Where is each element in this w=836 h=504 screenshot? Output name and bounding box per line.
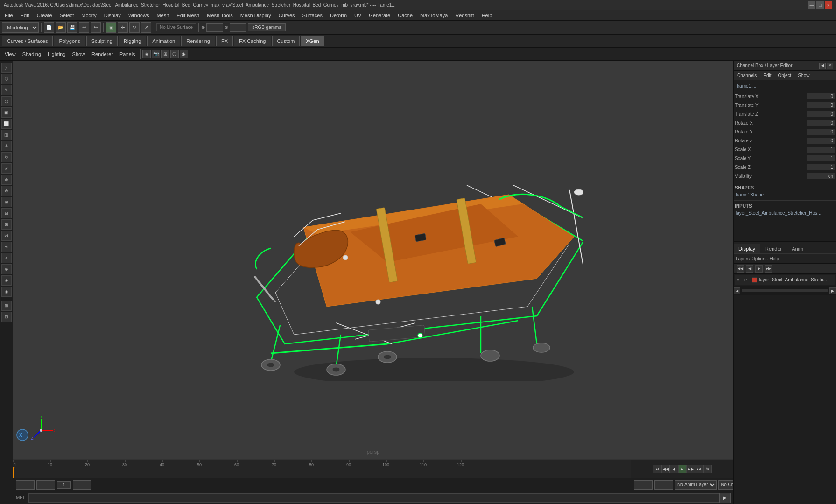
tool-box2[interactable]: ⬜ bbox=[1, 119, 12, 129]
menu-select[interactable]: Select bbox=[57, 12, 77, 19]
tab-rigging[interactable]: Rigging bbox=[119, 36, 146, 46]
layer-item[interactable]: V P layer_Steel_Ambulance_Stretc... bbox=[735, 275, 835, 285]
gamma-input[interactable]: 1.00 bbox=[230, 23, 246, 32]
cb-menu-channels[interactable]: Channels bbox=[736, 73, 758, 78]
anim-layer-select[interactable]: No Anim Layer bbox=[675, 480, 717, 490]
vp-icon-camera[interactable]: 📷 bbox=[152, 50, 160, 58]
channel-scale-y[interactable]: Scale Y 1 bbox=[734, 154, 836, 162]
ch-value-sy[interactable]: 1 bbox=[807, 155, 835, 161]
tool-snap[interactable]: ⊟ bbox=[1, 208, 12, 218]
mel-execute[interactable]: ▶ bbox=[719, 493, 731, 503]
tab-xgen[interactable]: XGen bbox=[301, 36, 324, 46]
menu-mesh-tools[interactable]: Mesh Tools bbox=[204, 12, 235, 19]
menu-maxtomaya[interactable]: MaxToMaya bbox=[417, 12, 450, 19]
tool-mirror[interactable]: ⋈ bbox=[1, 231, 12, 241]
vp-icon-select[interactable]: ◈ bbox=[142, 50, 151, 58]
ch-value-ty[interactable]: 0 bbox=[807, 102, 835, 108]
pb-prev-frame[interactable]: ◀ bbox=[670, 465, 678, 473]
menu-cache[interactable]: Cache bbox=[395, 12, 415, 19]
close-button[interactable]: ✕ bbox=[825, 1, 832, 9]
channel-translate-y[interactable]: Translate Y 0 bbox=[734, 101, 836, 109]
pb-next-frame[interactable]: ▶▶ bbox=[687, 465, 695, 473]
shape-name[interactable]: frame1Shape bbox=[734, 191, 836, 198]
tool-select[interactable]: ▷ bbox=[1, 63, 12, 73]
vp-menu-lighting[interactable]: Lighting bbox=[45, 50, 69, 58]
cb-btn2[interactable]: ✕ bbox=[827, 63, 833, 69]
main-viewport[interactable]: persp X Y Z bbox=[13, 61, 733, 459]
tool-extra5[interactable]: ⊟ bbox=[1, 312, 12, 322]
cb-menu-object[interactable]: Object bbox=[777, 73, 793, 78]
ch-value-sz[interactable]: 1 bbox=[807, 164, 835, 170]
frame-checkbox[interactable] bbox=[57, 481, 71, 489]
current-frame-input[interactable]: 1 bbox=[16, 480, 35, 490]
menu-help[interactable]: Help bbox=[479, 12, 495, 19]
tb-select[interactable]: ▣ bbox=[106, 22, 116, 33]
tab-rendering[interactable]: Rendering bbox=[181, 36, 215, 46]
tool-paint[interactable]: ✎ bbox=[1, 85, 12, 95]
channel-scale-x[interactable]: Scale X 1 bbox=[734, 145, 836, 154]
rp-scrollbar[interactable] bbox=[742, 289, 828, 292]
channel-rotate-y[interactable]: Rotate Y 0 bbox=[734, 127, 836, 136]
menu-modify[interactable]: Modify bbox=[78, 12, 99, 19]
ch-value-vis[interactable]: on bbox=[807, 173, 835, 179]
tool-extra2[interactable]: ◈ bbox=[1, 275, 12, 286]
tab-polygons[interactable]: Polygons bbox=[54, 36, 85, 46]
tool-bevel[interactable]: ⊗ bbox=[1, 186, 12, 196]
cb-menu-show[interactable]: Show bbox=[796, 73, 811, 78]
mel-input[interactable] bbox=[28, 493, 719, 503]
channel-rotate-z[interactable]: Rotate Z 0 bbox=[734, 136, 836, 145]
ch-value-sx[interactable]: 1 bbox=[807, 147, 835, 153]
start-frame-input[interactable]: 1 bbox=[36, 480, 55, 490]
menu-redshift[interactable]: Redshift bbox=[452, 12, 477, 19]
layer-btn-forward[interactable]: ▶ bbox=[755, 265, 763, 273]
tab-curves-surfaces[interactable]: Curves / Surfaces bbox=[2, 36, 53, 46]
tool-box1[interactable]: ▣ bbox=[1, 107, 12, 118]
tool-scale[interactable]: ⤢ bbox=[1, 163, 12, 174]
channel-scale-z[interactable]: Scale Z 1 bbox=[734, 163, 836, 171]
tool-align[interactable]: ⊠ bbox=[1, 219, 12, 230]
tool-extra4[interactable]: ⊞ bbox=[1, 301, 12, 311]
channel-rotate-x[interactable]: Rotate X 0 bbox=[734, 119, 836, 127]
exposure-input[interactable]: 0.00 bbox=[206, 23, 223, 32]
layer-btn-forward-forward[interactable]: ▶▶ bbox=[765, 265, 772, 273]
vp-icon-wireframe[interactable]: ⬡ bbox=[170, 50, 179, 58]
tool-sculpt[interactable]: ◎ bbox=[1, 96, 12, 106]
tool-extrude[interactable]: ⊕ bbox=[1, 175, 12, 185]
range-end[interactable]: 200 bbox=[654, 480, 673, 490]
tab-render[interactable]: Render bbox=[760, 244, 787, 253]
tab-display[interactable]: Display bbox=[734, 244, 760, 253]
tool-extra3[interactable]: ◉ bbox=[1, 287, 12, 297]
channel-translate-x[interactable]: Translate X 0 bbox=[734, 92, 836, 100]
tab-anim[interactable]: Anim bbox=[787, 244, 808, 253]
cb-menu-edit[interactable]: Edit bbox=[762, 73, 773, 78]
vp-icon-smooth[interactable]: ◉ bbox=[180, 50, 188, 58]
rp-scroll-left[interactable]: ◀ bbox=[734, 287, 740, 294]
tb-move[interactable]: ✛ bbox=[118, 22, 128, 33]
frame-slider-area[interactable] bbox=[57, 481, 71, 489]
tb-redo[interactable]: ↪ bbox=[91, 22, 101, 33]
mode-selector[interactable]: Modeling bbox=[2, 22, 39, 33]
cb-object-name[interactable]: frame1.... bbox=[736, 82, 834, 90]
layer-color-swatch[interactable] bbox=[752, 277, 757, 283]
vp-menu-show[interactable]: Show bbox=[70, 50, 88, 58]
timeline-ruler[interactable]: 1 10 20 30 40 bbox=[13, 460, 631, 478]
layer-btn-back-back[interactable]: ◀◀ bbox=[737, 265, 744, 273]
tb-open[interactable]: 📂 bbox=[56, 22, 66, 33]
menu-curves[interactable]: Curves bbox=[276, 12, 298, 19]
minimize-button[interactable]: — bbox=[808, 1, 815, 9]
menu-create[interactable]: Create bbox=[34, 12, 55, 19]
tab-animation[interactable]: Animation bbox=[147, 36, 180, 46]
tool-rotate[interactable]: ↻ bbox=[1, 152, 12, 162]
layer-p-btn[interactable]: P bbox=[744, 278, 750, 282]
ch-value-rx[interactable]: 0 bbox=[807, 120, 835, 126]
tool-soft[interactable]: ∿ bbox=[1, 242, 12, 252]
menu-surfaces[interactable]: Surfaces bbox=[300, 12, 325, 19]
tab-custom[interactable]: Custom bbox=[272, 36, 300, 46]
ch-value-rz[interactable]: 0 bbox=[807, 138, 835, 144]
pb-step-back[interactable]: ◀◀ bbox=[661, 465, 670, 473]
tool-box3[interactable]: ◫ bbox=[1, 130, 12, 140]
input-name[interactable]: layer_Steel_Ambulance_Stretcher_Hos... bbox=[734, 210, 836, 217]
tb-rotate[interactable]: ↻ bbox=[129, 22, 140, 33]
vp-menu-shading[interactable]: Shading bbox=[20, 50, 44, 58]
tb-save[interactable]: 💾 bbox=[67, 22, 77, 33]
